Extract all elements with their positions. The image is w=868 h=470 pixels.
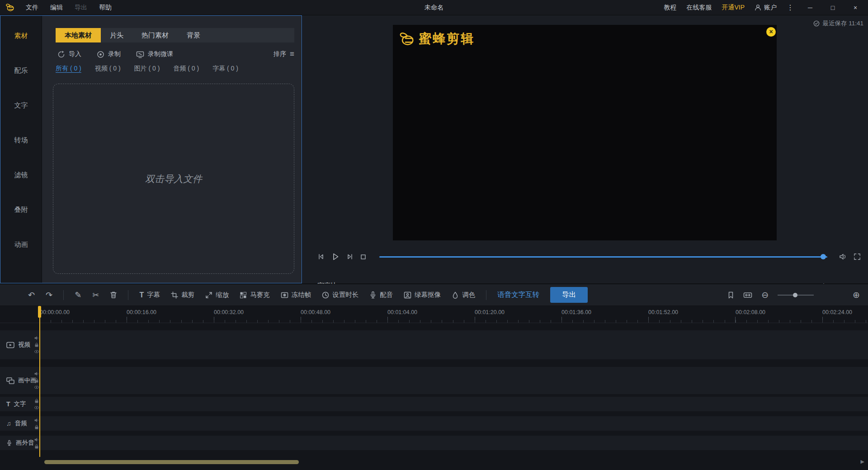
zoom-out-icon[interactable]: ⊖	[761, 290, 769, 300]
timeline-ruler[interactable]: 00:00:00.00 00:00:16.00 00:00:32.00 00:0…	[0, 306, 868, 323]
import-dropzone[interactable]: 双击导入文件	[53, 84, 294, 274]
freeze-frame-tool[interactable]: 冻结帧	[281, 291, 311, 299]
crop-tool[interactable]: 裁剪	[171, 291, 194, 299]
track-header-pip[interactable]: 画中画	[0, 367, 40, 394]
account-button[interactable]: 账户	[755, 4, 777, 12]
visibility-icon[interactable]	[34, 405, 39, 410]
video-canvas[interactable]: 蜜蜂剪辑 ×	[393, 25, 777, 240]
vip-link[interactable]: 开通VIP	[722, 4, 745, 12]
lock-icon[interactable]	[34, 444, 39, 449]
track-row-video[interactable]: 视频	[0, 330, 868, 359]
sort-button[interactable]: 排序 ≡	[274, 50, 294, 59]
set-duration-tool[interactable]: 设置时长	[322, 291, 359, 299]
mute-icon[interactable]	[34, 336, 39, 340]
voice-text-convert-button[interactable]: 语音文字互转	[497, 290, 539, 300]
support-link[interactable]: 在线客服	[686, 4, 712, 12]
close-button[interactable]: ×	[849, 4, 862, 11]
edit-button[interactable]: ✎	[75, 290, 81, 300]
mute-icon[interactable]	[34, 418, 39, 423]
watermark-close-button[interactable]: ×	[766, 27, 776, 37]
play-button[interactable]	[331, 252, 340, 261]
volume-icon[interactable]	[839, 253, 847, 260]
progress-handle[interactable]	[821, 254, 826, 259]
timeline-horizontal-scrollbar[interactable]	[44, 460, 299, 464]
lock-icon[interactable]	[34, 425, 39, 429]
chroma-key-tool[interactable]: 绿幕抠像	[404, 291, 441, 299]
record-button[interactable]: 录制	[97, 50, 121, 58]
mute-icon[interactable]	[34, 437, 39, 442]
track-row-text[interactable]: T 文字	[0, 397, 868, 411]
zoom-in-icon[interactable]: ⊕	[853, 290, 860, 300]
track-header-voiceover[interactable]: 画外音	[0, 436, 40, 450]
import-button[interactable]: 导入	[57, 50, 81, 58]
media-filters: 所有 ( 0 ) 视频 ( 0 ) 图片 ( 0 ) 音频 ( 0 ) 字幕 (…	[56, 65, 238, 73]
timeline-zoom-slider[interactable]	[778, 292, 814, 298]
filter-subtitle[interactable]: 字幕 ( 0 )	[212, 65, 238, 73]
fullscreen-icon[interactable]	[854, 253, 861, 260]
tab-intro[interactable]: 片头	[101, 28, 132, 42]
sidebar-item-filter[interactable]: 滤镜	[0, 158, 42, 193]
tab-hot-material[interactable]: 热门素材	[132, 28, 178, 42]
tab-background[interactable]: 背景	[178, 28, 209, 42]
visibility-icon[interactable]	[34, 385, 39, 390]
lock-icon[interactable]	[34, 399, 39, 403]
previous-frame-button[interactable]	[317, 253, 325, 260]
playhead-line[interactable]	[39, 306, 40, 457]
sidebar-item-text[interactable]: 文字	[0, 88, 42, 123]
mute-icon[interactable]	[34, 371, 39, 376]
sidebar-item-material[interactable]: 素材	[0, 19, 42, 53]
track-header-text[interactable]: T 文字	[0, 397, 40, 411]
track-row-voiceover[interactable]: 画外音	[0, 436, 868, 450]
menu-edit[interactable]: 编辑	[44, 4, 69, 12]
next-frame-button[interactable]	[346, 253, 354, 260]
playhead-handle[interactable]	[38, 306, 41, 318]
media-library-panel: 素材 配乐 文字 转场 滤镜 叠附 动画 本地素材 片头 热门素材 背景 导入 …	[0, 15, 302, 283]
zoom-tool[interactable]: 缩放	[205, 291, 229, 299]
record-lesson-label: 录制微课	[148, 50, 173, 58]
undo-button[interactable]: ↶	[28, 290, 35, 300]
playback-progress-slider[interactable]	[379, 254, 827, 260]
export-button[interactable]: 导出	[550, 287, 588, 303]
sidebar-item-overlay[interactable]: 叠附	[0, 193, 42, 227]
record-lesson-button[interactable]: 录制微课	[136, 50, 173, 58]
split-button[interactable]: ✂	[92, 290, 99, 300]
ruler-label: 00:02:24.00	[822, 309, 852, 315]
filter-image[interactable]: 图片 ( 0 )	[134, 65, 160, 73]
subtitle-tool[interactable]: T 字幕	[139, 291, 160, 299]
color-grade-tool[interactable]: 调色	[452, 291, 475, 299]
sidebar-item-animation[interactable]: 动画	[0, 227, 42, 262]
mosaic-tool[interactable]: 马赛克	[240, 291, 270, 299]
lock-icon[interactable]	[34, 343, 39, 347]
menu-help[interactable]: 帮助	[93, 4, 118, 12]
track-row-audio[interactable]: ♫ 音频	[0, 416, 868, 431]
mosaic-tool-label: 马赛克	[250, 291, 270, 299]
menu-export[interactable]: 导出	[69, 4, 93, 12]
visibility-icon[interactable]	[34, 349, 39, 354]
fit-timeline-icon[interactable]	[743, 291, 752, 299]
redo-button[interactable]: ↷	[46, 290, 52, 300]
dub-tool[interactable]: 配音	[369, 291, 393, 299]
track-header-video[interactable]: 视频	[0, 330, 40, 359]
stop-button[interactable]	[360, 254, 367, 260]
sidebar-item-transition[interactable]: 转场	[0, 123, 42, 158]
lock-icon[interactable]	[34, 378, 39, 383]
zoom-slider-handle[interactable]	[793, 293, 797, 297]
menu-file[interactable]: 文件	[20, 4, 44, 12]
tab-local-material[interactable]: 本地素材	[56, 28, 101, 42]
filter-video[interactable]: 视频 ( 0 )	[95, 65, 121, 73]
more-options-button[interactable]: ⋮	[787, 3, 794, 12]
zoom-tool-label: 缩放	[216, 291, 229, 299]
marker-flag-icon[interactable]	[727, 291, 734, 299]
track-header-audio[interactable]: ♫ 音频	[0, 416, 40, 431]
track-row-pip[interactable]: 画中画	[0, 367, 868, 394]
sidebar-item-music[interactable]: 配乐	[0, 53, 42, 88]
filter-audio[interactable]: 音频 ( 0 )	[173, 65, 199, 73]
maximize-button[interactable]: □	[826, 4, 839, 11]
tutorial-link[interactable]: 教程	[664, 4, 676, 12]
media-panel: 本地素材 片头 热门素材 背景 导入 录制 录制微课 排序 ≡ 所	[42, 16, 302, 283]
scroll-right-arrow[interactable]: ▶	[861, 459, 864, 465]
delete-button[interactable]	[110, 291, 117, 299]
sort-icon: ≡	[290, 50, 294, 59]
minimize-button[interactable]: ─	[804, 4, 816, 11]
filter-all[interactable]: 所有 ( 0 )	[56, 65, 81, 73]
